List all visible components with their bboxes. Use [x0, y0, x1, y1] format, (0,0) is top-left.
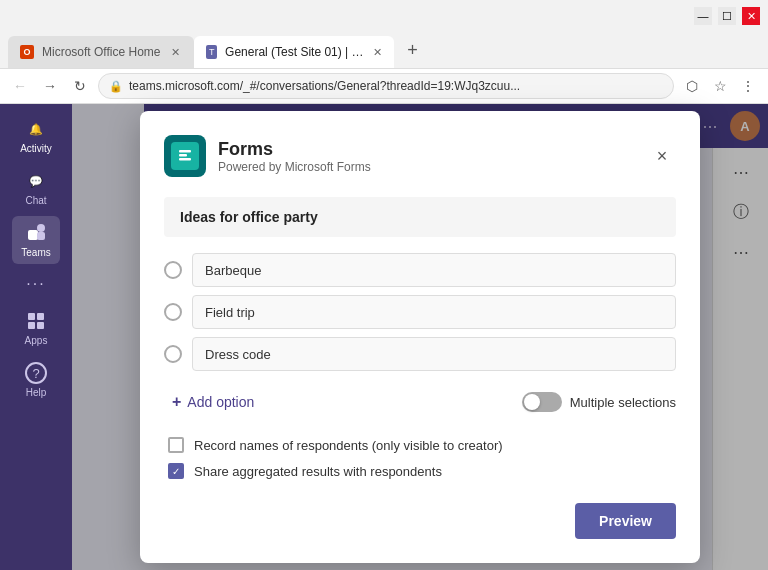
- preview-button[interactable]: Preview: [575, 503, 676, 539]
- address-icons: ⬡ ☆ ⋮: [680, 74, 760, 98]
- help-icon: ?: [25, 362, 47, 384]
- browser-chrome: — ☐ ✕ O Microsoft Office Home ✕ T Genera…: [0, 0, 768, 104]
- teams-main: ··· A ⋯ ⓘ ⋯: [72, 104, 768, 570]
- chat-icon: 💬: [25, 170, 47, 192]
- tab-office-close[interactable]: ✕: [168, 45, 182, 59]
- bookmark-button[interactable]: ☆: [708, 74, 732, 98]
- modal-header: Forms Powered by Microsoft Forms ×: [164, 135, 676, 177]
- option-input-1[interactable]: [192, 253, 676, 287]
- sidebar-item-apps[interactable]: Apps: [12, 304, 60, 352]
- sidebar-item-help[interactable]: ? Help: [12, 356, 60, 404]
- forward-button[interactable]: →: [38, 74, 62, 98]
- apps-icon: [25, 310, 47, 332]
- add-icon: +: [172, 393, 181, 411]
- minimize-button[interactable]: —: [694, 7, 712, 25]
- sidebar-item-activity[interactable]: 🔔 Activity: [12, 112, 60, 160]
- tab-teams-label: General (Test Site 01) | Microsof…: [225, 45, 364, 59]
- checkboxes-section: Record names of respondents (only visibl…: [164, 437, 676, 479]
- tabs-bar: O Microsoft Office Home ✕ T General (Tes…: [0, 32, 768, 68]
- teams-favicon: T: [206, 45, 217, 59]
- address-bar: ← → ↻ 🔒 teams.microsoft.com/_#/conversat…: [0, 68, 768, 104]
- checkbox-row-2: ✓ Share aggregated results with responde…: [168, 463, 676, 479]
- radio-option-2[interactable]: [164, 303, 182, 321]
- poll-option-1: [164, 253, 676, 287]
- svg-rect-8: [179, 150, 191, 153]
- chat-label: Chat: [25, 195, 46, 206]
- modal-footer: Preview: [164, 503, 676, 539]
- close-button[interactable]: ✕: [742, 7, 760, 25]
- add-option-label: Add option: [187, 394, 254, 410]
- new-tab-button[interactable]: +: [398, 36, 426, 64]
- url-box[interactable]: 🔒 teams.microsoft.com/_#/conversations/G…: [98, 73, 674, 99]
- add-option-button[interactable]: + Add option: [164, 387, 262, 417]
- multiple-selections-label: Multiple selections: [570, 395, 676, 410]
- more-button[interactable]: ⋮: [736, 74, 760, 98]
- apps-label: Apps: [25, 335, 48, 346]
- teams-sidebar: 🔔 Activity 💬 Chat Teams ···: [0, 104, 72, 570]
- window-controls: — ☐ ✕: [694, 7, 760, 25]
- modal-subtitle: Powered by Microsoft Forms: [218, 160, 371, 174]
- add-option-row: + Add option Multiple selections: [164, 387, 676, 417]
- option-input-3[interactable]: [192, 337, 676, 371]
- checkbox-record-names[interactable]: [168, 437, 184, 453]
- poll-question: Ideas for office party: [164, 197, 676, 237]
- svg-rect-0: [28, 230, 38, 240]
- modal-overlay: Forms Powered by Microsoft Forms × Ideas…: [72, 104, 768, 570]
- tab-teams-close[interactable]: ✕: [372, 45, 383, 59]
- svg-point-1: [37, 224, 45, 232]
- multiple-selections-toggle[interactable]: [522, 392, 562, 412]
- radio-option-3[interactable]: [164, 345, 182, 363]
- activity-label: Activity: [20, 143, 52, 154]
- activity-icon: 🔔: [25, 118, 47, 140]
- svg-rect-3: [28, 313, 35, 320]
- svg-rect-10: [179, 158, 191, 161]
- svg-rect-4: [37, 313, 44, 320]
- checkbox-share-results-label: Share aggregated results with respondent…: [194, 464, 442, 479]
- sidebar-item-teams[interactable]: Teams: [12, 216, 60, 264]
- poll-option-3: [164, 337, 676, 371]
- title-bar: — ☐ ✕: [0, 0, 768, 32]
- checkbox-record-names-label: Record names of respondents (only visibl…: [194, 438, 503, 453]
- teams-icon: [25, 222, 47, 244]
- svg-rect-6: [37, 322, 44, 329]
- radio-option-1[interactable]: [164, 261, 182, 279]
- help-label: Help: [26, 387, 47, 398]
- forms-logo: [164, 135, 206, 177]
- maximize-button[interactable]: ☐: [718, 7, 736, 25]
- tab-office-label: Microsoft Office Home: [42, 45, 160, 59]
- cast-button[interactable]: ⬡: [680, 74, 704, 98]
- back-button[interactable]: ←: [8, 74, 32, 98]
- app-content: 🔔 Activity 💬 Chat Teams ···: [0, 104, 768, 570]
- modal-title: Forms: [218, 139, 371, 160]
- option-input-2[interactable]: [192, 295, 676, 329]
- svg-rect-9: [179, 154, 187, 157]
- tab-teams[interactable]: T General (Test Site 01) | Microsof… ✕: [194, 36, 394, 68]
- svg-rect-2: [37, 232, 45, 240]
- tab-office[interactable]: O Microsoft Office Home ✕: [8, 36, 194, 68]
- teams-label: Teams: [21, 247, 50, 258]
- sidebar-item-chat[interactable]: 💬 Chat: [12, 164, 60, 212]
- url-text: teams.microsoft.com/_#/conversations/Gen…: [129, 79, 520, 93]
- checkmark-icon: ✓: [172, 466, 180, 477]
- checkbox-row-1: Record names of respondents (only visibl…: [168, 437, 676, 453]
- forms-logo-text: [172, 142, 198, 171]
- toggle-knob: [524, 394, 540, 410]
- forms-modal: Forms Powered by Microsoft Forms × Ideas…: [140, 111, 700, 563]
- checkbox-share-results[interactable]: ✓: [168, 463, 184, 479]
- svg-rect-5: [28, 322, 35, 329]
- lock-icon: 🔒: [109, 80, 123, 93]
- office-favicon: O: [20, 45, 34, 59]
- modal-close-button[interactable]: ×: [648, 142, 676, 170]
- multiple-selections-control: Multiple selections: [522, 392, 676, 412]
- modal-title-group: Forms Powered by Microsoft Forms: [218, 139, 371, 174]
- forms-logo-inner: [171, 142, 199, 170]
- poll-options: [164, 253, 676, 371]
- modal-brand: Forms Powered by Microsoft Forms: [164, 135, 371, 177]
- sidebar-more[interactable]: ···: [12, 268, 60, 300]
- poll-option-2: [164, 295, 676, 329]
- refresh-button[interactable]: ↻: [68, 74, 92, 98]
